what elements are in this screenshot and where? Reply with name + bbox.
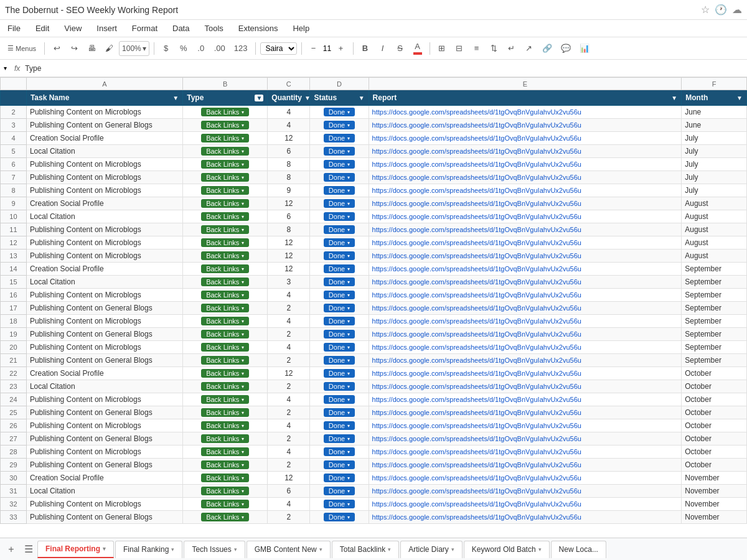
type-cell[interactable]: Back Links ▾ xyxy=(183,367,268,380)
report-cell[interactable]: https://docs.google.com/spreadsheets/d/1… xyxy=(369,419,682,432)
tab-total-backlink[interactable]: Total Backlink ▾ xyxy=(332,541,399,558)
status-cell[interactable]: Done ▾ xyxy=(310,210,369,223)
type-cell[interactable]: Back Links ▾ xyxy=(183,459,268,472)
type-badge[interactable]: Back Links ▾ xyxy=(201,395,249,404)
menu-data[interactable]: Data xyxy=(170,22,192,34)
table-row[interactable]: 24 Publishing Content on Microblogs Back… xyxy=(1,393,747,406)
type-badge[interactable]: Back Links ▾ xyxy=(201,356,249,365)
table-row[interactable]: 7 Publishing Content on Microblogs Back … xyxy=(1,171,747,184)
report-cell[interactable]: https://docs.google.com/spreadsheets/d/1… xyxy=(369,367,682,380)
table-row[interactable]: 29 Publishing Content on General Blogs B… xyxy=(1,459,747,472)
decimal-increase-button[interactable]: .00 xyxy=(211,41,228,56)
menu-help[interactable]: Help xyxy=(290,22,312,34)
status-cell[interactable]: Done ▾ xyxy=(310,459,369,472)
filter-icon-a[interactable]: ▼ xyxy=(172,95,179,101)
report-cell[interactable]: https://docs.google.com/spreadsheets/d/1… xyxy=(369,236,682,250)
status-badge[interactable]: Done ▾ xyxy=(324,160,355,169)
table-row[interactable]: 25 Publishing Content on General Blogs B… xyxy=(1,406,747,419)
status-badge[interactable]: Done ▾ xyxy=(324,408,355,417)
status-badge[interactable]: Done ▾ xyxy=(324,291,355,299)
status-badge[interactable]: Done ▾ xyxy=(324,173,355,182)
type-badge[interactable]: Back Links ▾ xyxy=(201,343,249,352)
status-cell[interactable]: Done ▾ xyxy=(310,419,369,432)
report-cell[interactable]: https://docs.google.com/spreadsheets/d/1… xyxy=(369,263,682,276)
comment-button[interactable]: 💬 xyxy=(558,41,574,56)
valign-button[interactable]: ⇅ xyxy=(487,41,502,56)
table-row[interactable]: 30 Creation Social Profile Back Links ▾ … xyxy=(1,472,747,485)
table-row[interactable]: 11 Publishing Content on Microblogs Back… xyxy=(1,223,747,236)
filter-icon-e[interactable]: ▼ xyxy=(671,95,677,101)
type-cell[interactable]: Back Links ▾ xyxy=(183,328,268,341)
header-task-name[interactable]: Task Name ▼ xyxy=(26,90,182,106)
table-row[interactable]: 21 Publishing Content on General Blogs B… xyxy=(1,354,747,367)
type-badge[interactable]: Back Links ▾ xyxy=(201,304,249,312)
table-row[interactable]: 2 Publishing Content on Microblogs Back … xyxy=(1,106,747,119)
header-status[interactable]: Status ▼ xyxy=(310,90,369,106)
type-badge[interactable]: Back Links ▾ xyxy=(201,186,249,195)
status-badge[interactable]: Done ▾ xyxy=(324,382,355,391)
filter-icon-c[interactable]: ▼ xyxy=(304,95,310,101)
status-badge[interactable]: Done ▾ xyxy=(324,356,355,365)
type-badge[interactable]: Back Links ▾ xyxy=(201,173,249,182)
type-cell[interactable]: Back Links ▾ xyxy=(183,511,268,524)
type-cell[interactable]: Back Links ▾ xyxy=(183,472,268,485)
status-badge[interactable]: Done ▾ xyxy=(324,238,355,247)
status-cell[interactable]: Done ▾ xyxy=(310,276,369,289)
status-badge[interactable]: Done ▾ xyxy=(324,500,355,508)
table-row[interactable]: 13 Publishing Content on Microblogs Back… xyxy=(1,250,747,263)
currency-button[interactable]: $ xyxy=(159,41,174,56)
table-row[interactable]: 26 Publishing Content on Microblogs Back… xyxy=(1,419,747,432)
type-cell[interactable]: Back Links ▾ xyxy=(183,406,268,419)
report-cell[interactable]: https://docs.google.com/spreadsheets/d/1… xyxy=(369,485,682,498)
table-row[interactable]: 4 Creation Social Profile Back Links ▾ 1… xyxy=(1,132,747,145)
table-row[interactable]: 6 Publishing Content on Microblogs Back … xyxy=(1,158,747,171)
status-badge[interactable]: Done ▾ xyxy=(324,487,355,495)
type-cell[interactable]: Back Links ▾ xyxy=(183,197,268,210)
status-badge[interactable]: Done ▾ xyxy=(324,147,355,156)
merge-button[interactable]: ⊟ xyxy=(452,41,467,56)
status-cell[interactable]: Done ▾ xyxy=(310,197,369,210)
type-cell[interactable]: Back Links ▾ xyxy=(183,132,268,145)
type-cell[interactable]: Back Links ▾ xyxy=(183,485,268,498)
type-cell[interactable]: Back Links ▾ xyxy=(183,498,268,511)
type-badge[interactable]: Back Links ▾ xyxy=(201,251,249,260)
status-badge[interactable]: Done ▾ xyxy=(324,225,355,234)
status-badge[interactable]: Done ▾ xyxy=(324,447,355,456)
status-badge[interactable]: Done ▾ xyxy=(324,395,355,404)
type-cell[interactable]: Back Links ▾ xyxy=(183,171,268,184)
type-badge[interactable]: Back Links ▾ xyxy=(201,513,249,521)
status-cell[interactable]: Done ▾ xyxy=(310,171,369,184)
status-badge[interactable]: Done ▾ xyxy=(324,513,355,521)
type-badge[interactable]: Back Links ▾ xyxy=(201,500,249,508)
report-cell[interactable]: https://docs.google.com/spreadsheets/d/1… xyxy=(369,171,682,184)
status-badge[interactable]: Done ▾ xyxy=(324,186,355,195)
status-cell[interactable]: Done ▾ xyxy=(310,106,369,119)
type-cell[interactable]: Back Links ▾ xyxy=(183,380,268,393)
type-badge[interactable]: Back Links ▾ xyxy=(201,474,249,482)
menu-tools[interactable]: Tools xyxy=(202,22,225,34)
table-row[interactable]: 23 Local Citation Back Links ▾ 2 Done ▾ … xyxy=(1,380,747,393)
type-cell[interactable]: Back Links ▾ xyxy=(183,223,268,236)
filter-icon-f[interactable]: ▼ xyxy=(736,95,743,101)
type-badge[interactable]: Back Links ▾ xyxy=(201,487,249,495)
table-row[interactable]: 12 Publishing Content on Microblogs Back… xyxy=(1,236,747,250)
status-cell[interactable]: Done ▾ xyxy=(310,432,369,446)
report-cell[interactable]: https://docs.google.com/spreadsheets/d/1… xyxy=(369,511,682,524)
menu-insert[interactable]: Insert xyxy=(94,22,120,34)
formula-input[interactable] xyxy=(25,64,743,73)
report-cell[interactable]: https://docs.google.com/spreadsheets/d/1… xyxy=(369,184,682,197)
type-cell[interactable]: Back Links ▾ xyxy=(183,393,268,406)
status-cell[interactable]: Done ▾ xyxy=(310,367,369,380)
type-badge[interactable]: Back Links ▾ xyxy=(201,434,249,443)
type-badge[interactable]: Back Links ▾ xyxy=(201,382,249,391)
undo-button[interactable]: ↩ xyxy=(49,41,64,56)
menu-view[interactable]: View xyxy=(62,22,84,34)
status-cell[interactable]: Done ▾ xyxy=(310,485,369,498)
report-cell[interactable]: https://docs.google.com/spreadsheets/d/1… xyxy=(369,406,682,419)
type-badge[interactable]: Back Links ▾ xyxy=(201,264,249,273)
type-cell[interactable]: Back Links ▾ xyxy=(183,289,268,302)
status-cell[interactable]: Done ▾ xyxy=(310,341,369,354)
status-badge[interactable]: Done ▾ xyxy=(324,278,355,286)
report-cell[interactable]: https://docs.google.com/spreadsheets/d/1… xyxy=(369,197,682,210)
report-cell[interactable]: https://docs.google.com/spreadsheets/d/1… xyxy=(369,302,682,315)
